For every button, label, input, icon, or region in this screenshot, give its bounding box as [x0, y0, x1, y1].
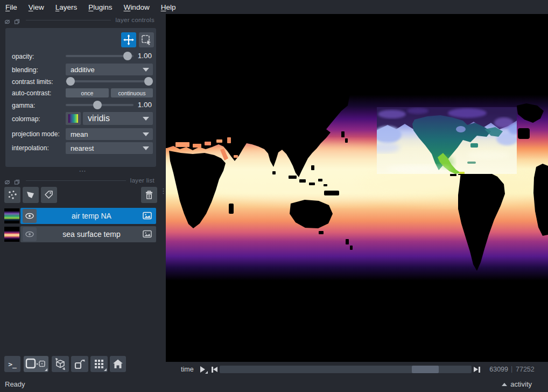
viridis-gradient-swatch	[68, 114, 78, 123]
home-icon	[112, 358, 124, 370]
transpose-dimensions-button[interactable]	[71, 356, 88, 372]
menu-help[interactable]: Help	[161, 3, 176, 11]
dock-separator-dots[interactable]: ⋯	[0, 169, 166, 174]
float-dock-icon[interactable]	[14, 17, 20, 23]
skip-end-icon	[479, 367, 480, 373]
layer-row-sea-surface-temp[interactable]: sea surface temp	[4, 226, 156, 242]
skip-start-icon	[213, 367, 217, 372]
layer-row-air-temp-na[interactable]: air temp NA	[4, 208, 156, 224]
layer-controls-panel: opacity: 1.00 blending: additive contras…	[5, 28, 156, 167]
contrast-limits-slider[interactable]	[66, 80, 153, 82]
hide-dock-icon[interactable]	[4, 17, 10, 23]
menu-view[interactable]: View	[29, 3, 44, 11]
contrast-high-handle[interactable]	[144, 77, 153, 86]
menu-window[interactable]: Window	[124, 3, 150, 11]
projection-mode-value: mean	[71, 130, 88, 138]
colormap-swatch-button[interactable]	[66, 112, 81, 125]
transform-icon	[140, 34, 152, 46]
activity-toggle[interactable]: activity	[502, 380, 532, 388]
popup-indicator	[104, 368, 107, 371]
interpolation-label: interpolation:	[12, 144, 49, 152]
menu-layers[interactable]: Layers	[55, 3, 78, 11]
image-layer-type-icon	[143, 212, 152, 222]
status-message: Ready	[5, 380, 25, 388]
first-frame-button[interactable]	[211, 365, 220, 374]
grid-view-button[interactable]	[90, 356, 108, 372]
current-frame-value: 63099	[484, 366, 508, 373]
skip-end-icon	[474, 367, 478, 372]
layer-name: air temp NA	[20, 212, 156, 220]
frame-separator: |	[511, 365, 512, 373]
new-shapes-layer-button[interactable]	[23, 187, 39, 203]
gamma-slider[interactable]	[66, 104, 134, 106]
once-label: once	[81, 90, 94, 96]
eye-icon	[25, 212, 34, 220]
projection-mode-dropdown[interactable]: mean	[66, 128, 153, 140]
dims-slider-row: time 63099 | 77252	[166, 362, 548, 377]
napari-window: File View Layers Plugins Window Help lay…	[0, 0, 548, 392]
time-axis-label: time	[181, 366, 194, 373]
pan-zoom-mode-button[interactable]	[121, 32, 136, 47]
shapes-icon	[25, 190, 36, 200]
dock-title-line	[26, 180, 126, 181]
new-points-layer-button[interactable]	[4, 187, 20, 203]
transpose-icon	[73, 358, 86, 370]
popup-indicator	[205, 371, 208, 374]
image-layer-type-icon	[143, 230, 152, 240]
auto-contrast-once-button[interactable]: once	[66, 88, 109, 97]
layer-visibility-toggle[interactable]	[23, 209, 37, 223]
layer-thumbnail	[4, 227, 19, 242]
delete-layer-button[interactable]	[141, 187, 157, 203]
opacity-slider[interactable]	[66, 55, 134, 57]
contrast-low-handle[interactable]	[66, 77, 75, 86]
tag-icon	[44, 190, 54, 200]
last-frame-button[interactable]	[473, 365, 481, 374]
layer-visibility-toggle[interactable]	[23, 227, 37, 241]
menu-bar: File View Layers Plugins Window Help	[0, 0, 548, 14]
total-frames-value: 77252	[516, 366, 539, 373]
continuous-label: continuous	[118, 90, 146, 96]
toggle-ndisplay-button[interactable]	[24, 356, 48, 372]
colormap-label: colormap:	[12, 115, 40, 123]
world-map-render	[166, 14, 548, 362]
gamma-value: 1.00	[130, 101, 152, 109]
play-button[interactable]	[199, 365, 208, 374]
hide-dock-icon[interactable]	[4, 178, 10, 184]
layer-list-dock-title: layer list	[130, 177, 154, 184]
opacity-label: opacity:	[12, 53, 34, 60]
colormap-dropdown[interactable]: viridis	[83, 112, 153, 125]
colormap-value: viridis	[88, 114, 110, 123]
ndisplay-2d3d-icon	[25, 358, 47, 370]
opacity-value: 1.00	[130, 52, 152, 60]
dock-title-line	[26, 20, 111, 20]
gamma-label: gamma:	[12, 102, 35, 109]
contrast-limits-label: contrast limits:	[12, 78, 53, 86]
grid-icon	[93, 358, 105, 370]
blending-dropdown[interactable]: additive	[66, 64, 153, 75]
layer-controls-dock-titlebar: layer controls	[0, 16, 166, 24]
chevron-up-icon	[502, 383, 507, 386]
roll-dimensions-button[interactable]	[52, 356, 69, 372]
layer-list-dock-titlebar: layer list	[0, 177, 166, 184]
interpolation-value: nearest	[71, 144, 94, 152]
layer-name: sea surface temp	[20, 230, 156, 239]
home-reset-view-button[interactable]	[110, 356, 126, 372]
menu-plugins[interactable]: Plugins	[88, 3, 112, 11]
time-slider-track[interactable]	[220, 366, 472, 373]
viewer-canvas[interactable]	[166, 14, 548, 362]
activity-label: activity	[510, 380, 532, 388]
chevron-down-icon	[143, 146, 149, 150]
pan-arrows-icon	[123, 34, 135, 46]
menu-file[interactable]: File	[5, 3, 17, 11]
console-icon: >_	[8, 360, 17, 368]
interpolation-dropdown[interactable]: nearest	[66, 142, 153, 154]
transform-mode-button[interactable]	[139, 32, 154, 47]
float-dock-icon[interactable]	[14, 178, 20, 184]
console-button[interactable]: >_	[4, 356, 20, 372]
auto-contrast-continuous-button[interactable]: continuous	[111, 88, 153, 97]
time-slider-handle[interactable]	[412, 366, 439, 373]
gamma-slider-handle[interactable]	[93, 101, 102, 109]
new-labels-layer-button[interactable]	[41, 187, 57, 203]
left-dock-panel: layer controls opacity: 1.00	[0, 14, 166, 377]
chevron-down-icon	[143, 117, 149, 121]
